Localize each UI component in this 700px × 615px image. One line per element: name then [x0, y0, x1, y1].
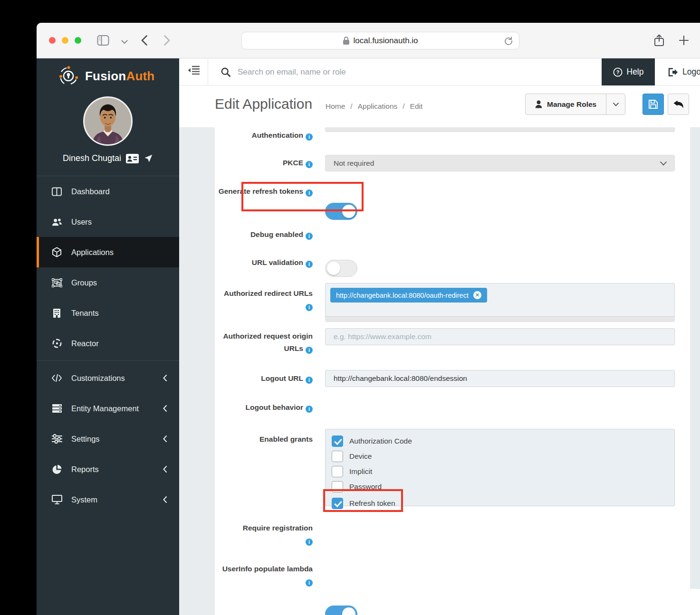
checkbox-authorization-code[interactable]: [332, 435, 343, 447]
application-form-card: Authenticationi PKCEi Not required Gener…: [215, 127, 690, 615]
browser-window: local.fusionauth.io: [37, 23, 700, 615]
sidebar-item-label: Users: [71, 218, 92, 227]
person-icon: [535, 100, 542, 108]
sidebar-item-entity-management[interactable]: Entity Management: [37, 393, 179, 424]
help-button[interactable]: ? Help: [602, 58, 655, 85]
location-arrow-icon[interactable]: [144, 154, 153, 163]
sidebar-item-applications[interactable]: Applications: [37, 237, 179, 267]
minimize-window-button[interactable]: [62, 37, 68, 44]
logout-button[interactable]: Logout: [668, 58, 700, 85]
sidebar-item-label: Tenants: [71, 309, 99, 318]
chevron-left-icon: [163, 375, 167, 381]
id-card-icon[interactable]: [126, 154, 139, 163]
save-button[interactable]: [642, 94, 664, 115]
enabled-grants-label: Enabled grants: [215, 433, 313, 445]
pkce-select[interactable]: Not required: [325, 155, 675, 171]
address-bar[interactable]: local.fusionauth.io: [241, 32, 519, 49]
checkbox-refresh-token[interactable]: [332, 498, 343, 509]
breadcrumb: Home / Applications / Edit: [326, 102, 422, 111]
close-window-button[interactable]: [49, 37, 56, 44]
sidebar-item-dashboard[interactable]: Dashboard: [37, 176, 179, 207]
info-icon[interactable]: i: [306, 133, 313, 141]
grant-option-label: Refresh token: [349, 499, 395, 508]
authentication-label: Authenticationi: [215, 129, 313, 142]
manage-roles-caret-button[interactable]: [606, 94, 625, 114]
authorized-redirect-urls-field[interactable]: http://changebank.local:8080/oauth-redir…: [325, 283, 675, 317]
sidebar-item-system[interactable]: System: [37, 484, 179, 515]
search-input[interactable]: [238, 67, 542, 77]
topbar: ? Help Logout: [179, 58, 700, 85]
grant-option-refresh-token: Refresh token: [332, 496, 668, 511]
info-icon[interactable]: i: [306, 261, 313, 268]
browser-sidebar-icon[interactable]: [96, 33, 110, 47]
browser-forward-icon[interactable]: [160, 33, 174, 47]
require-registration-toggle[interactable]: [325, 606, 357, 615]
applications-icon: [51, 247, 62, 257]
sidebar-item-settings[interactable]: Settings: [37, 424, 179, 454]
zoom-window-button[interactable]: [75, 37, 81, 44]
require-registration-label: Require registrationi: [215, 522, 313, 547]
sidebar-item-tenants[interactable]: Tenants: [37, 298, 179, 328]
remove-tag-icon[interactable]: ✕: [473, 291, 481, 299]
breadcrumb-applications[interactable]: Applications: [358, 102, 398, 111]
sidebar-item-reactor[interactable]: Reactor: [37, 328, 179, 359]
sidebar-nav: Dashboard Users Applications Groups Tena…: [37, 176, 179, 515]
breadcrumb-separator: /: [403, 102, 404, 111]
fusionauth-logo[interactable]: FusionAuth: [37, 58, 179, 94]
authorized-redirect-urls-label: Authorized redirect URLsi: [215, 287, 313, 312]
redirect-url-tag: http://changebank.local:8080/oauth-redir…: [330, 288, 487, 303]
sidebar-item-label: Settings: [71, 435, 100, 444]
sign-out-icon: [668, 68, 678, 76]
url-validation-label: URL validationi: [215, 256, 313, 269]
chevron-left-icon: [163, 405, 167, 412]
page-header: Edit Application Home / Applications / E…: [179, 85, 700, 127]
logout-url-input[interactable]: [325, 370, 675, 387]
info-icon[interactable]: i: [306, 347, 313, 354]
manage-roles-split-button: Manage Roles: [525, 94, 625, 115]
sidebar-item-reports[interactable]: Reports: [37, 454, 179, 484]
sliders-icon: [51, 434, 62, 444]
info-icon[interactable]: i: [306, 161, 313, 168]
avatar[interactable]: [83, 96, 133, 146]
debug-enabled-toggle[interactable]: [325, 260, 357, 277]
new-tab-icon[interactable]: [677, 33, 691, 47]
sidebar-item-groups[interactable]: Groups: [37, 267, 179, 298]
browser-back-icon[interactable]: [137, 33, 151, 47]
manage-roles-button[interactable]: Manage Roles: [526, 94, 606, 114]
authorized-request-origin-urls-label: Authorized request origin URLsi: [215, 330, 313, 355]
checkbox-device[interactable]: [332, 451, 343, 462]
info-icon[interactable]: i: [306, 539, 313, 546]
info-icon[interactable]: i: [306, 579, 313, 587]
info-icon[interactable]: i: [306, 406, 313, 413]
reload-icon[interactable]: [504, 36, 513, 46]
back-button[interactable]: [668, 94, 689, 115]
grant-option-label: Implicit: [349, 467, 372, 476]
breadcrumb-home[interactable]: Home: [326, 102, 345, 111]
sidebar-collapse-icon[interactable]: [188, 65, 200, 76]
sidebar: FusionAuth: [37, 58, 179, 615]
reactor-icon: [51, 338, 62, 349]
sidebar-item-customizations[interactable]: Customizations: [37, 363, 179, 393]
sidebar-item-users[interactable]: Users: [37, 207, 179, 237]
chevron-left-icon: [163, 435, 167, 442]
authentication-select[interactable]: [325, 127, 675, 132]
generate-refresh-tokens-toggle[interactable]: [325, 203, 357, 220]
info-icon[interactable]: i: [306, 189, 313, 197]
info-icon[interactable]: i: [306, 233, 313, 240]
chevron-down-icon[interactable]: [117, 35, 132, 49]
circled-question-icon: ?: [613, 67, 623, 77]
pkce-label: PKCEi: [215, 157, 313, 169]
topbar-divider: [208, 58, 208, 85]
search-icon: [221, 67, 230, 77]
content-gutter-right: [690, 127, 700, 589]
grant-option-device: Device: [332, 449, 668, 464]
dashboard-icon: [51, 187, 62, 196]
info-icon[interactable]: i: [306, 304, 313, 311]
checkbox-implicit[interactable]: [332, 466, 343, 477]
grant-option-label: Device: [349, 452, 372, 461]
info-icon[interactable]: i: [306, 377, 313, 384]
tenants-icon: [51, 308, 62, 318]
share-icon[interactable]: [652, 33, 666, 47]
checkbox-password[interactable]: [332, 481, 343, 492]
authorized-request-origin-urls-input[interactable]: [325, 328, 675, 345]
